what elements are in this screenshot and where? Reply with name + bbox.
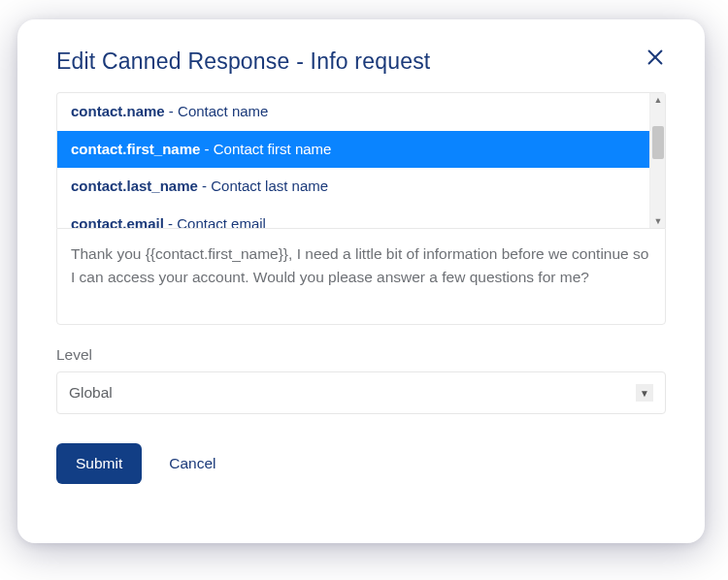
variable-name: contact.last_name (71, 177, 198, 194)
scroll-up-icon[interactable]: ▲ (650, 93, 666, 107)
modal-title: Edit Canned Response - Info request (56, 48, 430, 75)
close-icon[interactable] (645, 47, 666, 68)
variable-desc: - Contact email (164, 215, 266, 229)
variable-item[interactable]: contact.first_name - Contact first name (57, 131, 649, 169)
message-textarea[interactable]: Thank you {{contact.first_name}}, I need… (56, 228, 666, 325)
scrollbar-thumb[interactable] (652, 126, 664, 159)
variable-item[interactable]: contact.last_name - Contact last name (57, 168, 649, 206)
variable-name: contact.email (71, 215, 164, 229)
chevron-down-icon: ▼ (636, 384, 653, 402)
modal-header: Edit Canned Response - Info request (56, 48, 666, 75)
variable-desc: - Contact first name (200, 141, 331, 157)
variable-name: contact.first_name (71, 141, 200, 157)
level-select[interactable]: Global ▼ (56, 371, 666, 414)
variable-desc: - Contact last name (198, 177, 328, 194)
level-label: Level (56, 346, 666, 364)
variable-item[interactable]: contact.name - Contact name (57, 93, 649, 131)
variable-picker: contact.name - Contact name contact.firs… (56, 92, 666, 228)
variable-item[interactable]: contact.email - Contact email (57, 206, 649, 229)
cancel-button[interactable]: Cancel (165, 447, 219, 480)
variable-name: contact.name (71, 103, 165, 119)
scrollbar[interactable]: ▲ ▼ (649, 93, 665, 228)
level-select-value: Global (69, 384, 113, 402)
edit-canned-response-modal: Edit Canned Response - Info request cont… (17, 19, 705, 543)
modal-actions: Submit Cancel (56, 443, 666, 484)
scroll-down-icon[interactable]: ▼ (650, 214, 666, 228)
variable-desc: - Contact name (165, 103, 269, 119)
variable-list: contact.name - Contact name contact.firs… (57, 93, 649, 228)
submit-button[interactable]: Submit (56, 443, 142, 484)
